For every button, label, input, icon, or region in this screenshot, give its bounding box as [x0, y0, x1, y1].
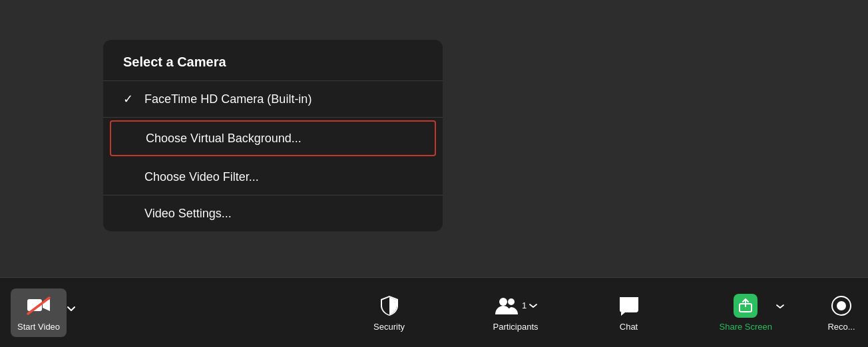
video-settings-label: Video Settings...: [144, 207, 232, 221]
start-video-label: Start Video: [17, 322, 60, 332]
chat-icon: [617, 294, 641, 318]
svg-point-3: [508, 298, 515, 305]
svg-point-6: [837, 301, 846, 310]
record-button[interactable]: Reco...: [815, 289, 868, 337]
security-label: Security: [373, 322, 405, 332]
camera-dropdown: Select a Camera ✓ FaceTime HD Camera (Bu…: [103, 40, 443, 231]
security-button[interactable]: Security: [363, 289, 416, 337]
record-label: Reco...: [827, 322, 855, 332]
chat-label: Chat: [620, 322, 638, 332]
checkmark-icon: ✓: [123, 92, 136, 106]
divider-1: [103, 117, 443, 118]
chat-button[interactable]: Chat: [602, 289, 656, 337]
video-filter-item[interactable]: ✓ Choose Video Filter...: [103, 159, 443, 195]
share-screen-chevron[interactable]: [776, 300, 784, 332]
participants-count: 1: [522, 300, 527, 310]
dropdown-title: Select a Camera: [103, 40, 443, 80]
camera-facetime-label: FaceTime HD Camera (Built-in): [144, 92, 312, 106]
start-video-group: Start Video: [0, 289, 84, 337]
participants-label: Participants: [493, 322, 539, 332]
toolbar: Start Video Security: [0, 277, 868, 347]
record-icon: [829, 294, 853, 318]
video-chevron-button[interactable]: [67, 305, 79, 320]
share-screen-label: Share Screen: [720, 322, 773, 332]
start-video-icon: [27, 294, 51, 318]
video-filter-label: Choose Video Filter...: [144, 170, 259, 184]
virtual-background-item[interactable]: ✓ Choose Virtual Background...: [110, 120, 436, 156]
share-screen-icon: [734, 294, 758, 318]
participants-button[interactable]: 1 Participants: [483, 289, 549, 337]
security-icon: [377, 294, 401, 318]
svg-point-2: [499, 298, 507, 306]
virtual-background-label: Choose Virtual Background...: [146, 132, 302, 146]
camera-facetime-item[interactable]: ✓ FaceTime HD Camera (Built-in): [103, 81, 443, 117]
participants-icon: 1: [504, 294, 528, 318]
video-settings-item[interactable]: ✓ Video Settings...: [103, 195, 443, 231]
start-video-button[interactable]: Start Video: [11, 289, 67, 337]
share-screen-button[interactable]: Share Screen: [709, 289, 795, 337]
